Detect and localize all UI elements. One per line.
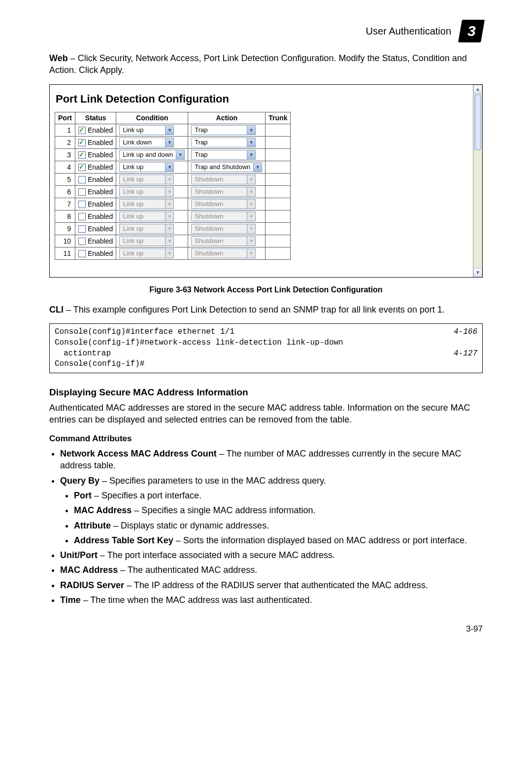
condition-select: Link up▼ <box>119 236 174 246</box>
action-cell: Shutdown▼ <box>188 223 266 235</box>
enabled-checkbox[interactable] <box>78 238 86 245</box>
action-select[interactable]: Trap▼ <box>191 150 256 160</box>
action-select: Shutdown▼ <box>191 175 256 184</box>
chevron-down-icon: ▼ <box>247 224 255 233</box>
status-cell: Enabled <box>75 149 116 161</box>
condition-select: Link up▼ <box>119 224 174 234</box>
enabled-checkbox[interactable] <box>78 250 86 257</box>
chevron-down-icon: ▼ <box>253 163 262 172</box>
page-header: User Authentication 3 <box>49 20 483 42</box>
trunk-cell <box>266 247 291 260</box>
list-item: RADIUS Server – The IP address of the RA… <box>60 579 483 591</box>
scrollbar[interactable]: ▲ ▼ <box>473 85 482 277</box>
trunk-cell <box>266 124 291 137</box>
chevron-down-icon: ▼ <box>247 187 255 196</box>
action-cell: Trap and Shutdown▼ <box>188 161 266 174</box>
enabled-label: Enabled <box>88 163 113 171</box>
condition-select: Link up▼ <box>119 187 174 197</box>
action-cell: Shutdown▼ <box>188 235 266 247</box>
trunk-cell <box>266 174 291 186</box>
list-item: Address Table Sort Key – Sorts the infor… <box>74 534 483 546</box>
condition-select: Link up▼ <box>119 211 174 221</box>
chevron-down-icon: ▼ <box>165 224 173 233</box>
port-cell: 3 <box>55 149 75 161</box>
chevron-down-icon: ▼ <box>165 187 173 196</box>
cli-line: actiontrap <box>55 349 111 359</box>
cli-ref: 4-127 <box>454 349 477 359</box>
web-lead: Web <box>49 53 68 63</box>
enabled-checkbox[interactable] <box>78 151 86 159</box>
list-item: Unit/Port – The port interface associate… <box>60 549 483 561</box>
condition-cell: Link up▼ <box>116 211 188 223</box>
port-cell: 5 <box>55 174 75 186</box>
sub-list: Port – Specifies a port interface. MAC A… <box>74 490 483 546</box>
chevron-down-icon: ▼ <box>247 126 255 135</box>
cli-line: Console(config)#interface ethernet 1/1 <box>55 327 234 338</box>
trunk-cell <box>266 161 291 174</box>
chevron-down-icon: ▼ <box>165 237 173 246</box>
action-select[interactable]: Trap and Shutdown▼ <box>191 162 262 172</box>
table-row: 5 Enabled Link up▼ Shutdown▼ <box>55 174 291 186</box>
col-action: Action <box>188 112 266 124</box>
figure-caption: Figure 3-63 Network Access Port Link Det… <box>49 284 483 295</box>
condition-cell: Link up▼ <box>116 223 188 235</box>
cli-intro-paragraph: CLI – This example configures Port Link … <box>49 304 483 316</box>
status-cell: Enabled <box>75 124 116 137</box>
port-cell: 10 <box>55 235 75 247</box>
list-item: Attribute – Displays static or dynamic a… <box>74 520 483 531</box>
enabled-label: Enabled <box>88 151 113 159</box>
scroll-down-arrow[interactable]: ▼ <box>473 268 482 277</box>
action-select: Shutdown▼ <box>191 224 256 234</box>
condition-select[interactable]: Link up▼ <box>119 125 174 135</box>
enabled-label: Enabled <box>88 249 113 257</box>
action-select[interactable]: Trap▼ <box>191 125 256 135</box>
enabled-label: Enabled <box>88 176 113 183</box>
list-item: Network Access MAC Address Count – The n… <box>60 448 483 472</box>
list-item: MAC Address – The authenticated MAC addr… <box>60 564 483 576</box>
status-cell: Enabled <box>75 174 116 186</box>
scroll-thumb[interactable] <box>474 95 481 150</box>
header-title: User Authentication <box>366 25 451 38</box>
trunk-cell <box>266 223 291 235</box>
action-cell: Trap▼ <box>188 149 266 161</box>
cli-code-block: Console(config)#interface ethernet 1/14-… <box>49 323 483 373</box>
port-cell: 4 <box>55 161 75 174</box>
enabled-checkbox[interactable] <box>78 127 86 134</box>
status-cell: Enabled <box>75 161 116 174</box>
chevron-down-icon: ▼ <box>165 200 173 209</box>
enabled-checkbox[interactable] <box>78 139 86 146</box>
condition-cell: Link up▼ <box>116 198 188 211</box>
action-cell: Shutdown▼ <box>188 247 266 260</box>
col-trunk: Trunk <box>266 112 291 124</box>
action-cell: Trap▼ <box>188 124 266 137</box>
chevron-down-icon: ▼ <box>247 138 255 147</box>
port-cell: 11 <box>55 247 75 260</box>
enabled-checkbox[interactable] <box>78 201 86 208</box>
enabled-checkbox[interactable] <box>78 164 86 171</box>
chevron-down-icon: ▼ <box>247 175 255 184</box>
table-row: 7 Enabled Link up▼ Shutdown▼ <box>55 198 291 211</box>
table-row: 1 Enabled Link up▼ Trap▼ <box>55 124 291 137</box>
cli-line: Console(config-if)#network-access link-d… <box>55 338 343 349</box>
condition-select[interactable]: Link down▼ <box>119 138 174 147</box>
action-cell: Shutdown▼ <box>188 211 266 223</box>
enabled-checkbox[interactable] <box>78 213 86 220</box>
cli-line: Console(config-if)# <box>55 359 144 370</box>
action-select[interactable]: Trap▼ <box>191 138 256 147</box>
enabled-label: Enabled <box>88 188 113 196</box>
enabled-checkbox[interactable] <box>78 176 86 183</box>
enabled-checkbox[interactable] <box>78 225 86 233</box>
condition-select[interactable]: Link up▼ <box>119 162 174 172</box>
web-text: – Click Security, Network Access, Port L… <box>49 53 467 75</box>
table-row: 10 Enabled Link up▼ Shutdown▼ <box>55 235 291 247</box>
list-item: Time – The time when the MAC address was… <box>60 594 483 606</box>
status-cell: Enabled <box>75 198 116 211</box>
port-cell: 9 <box>55 223 75 235</box>
enabled-checkbox[interactable] <box>78 188 86 196</box>
port-cell: 6 <box>55 186 75 198</box>
enabled-label: Enabled <box>88 126 113 134</box>
condition-select[interactable]: Link up and down▼ <box>119 150 185 160</box>
table-row: 8 Enabled Link up▼ Shutdown▼ <box>55 211 291 223</box>
scroll-up-arrow[interactable]: ▲ <box>473 85 482 94</box>
table-row: 6 Enabled Link up▼ Shutdown▼ <box>55 186 291 198</box>
